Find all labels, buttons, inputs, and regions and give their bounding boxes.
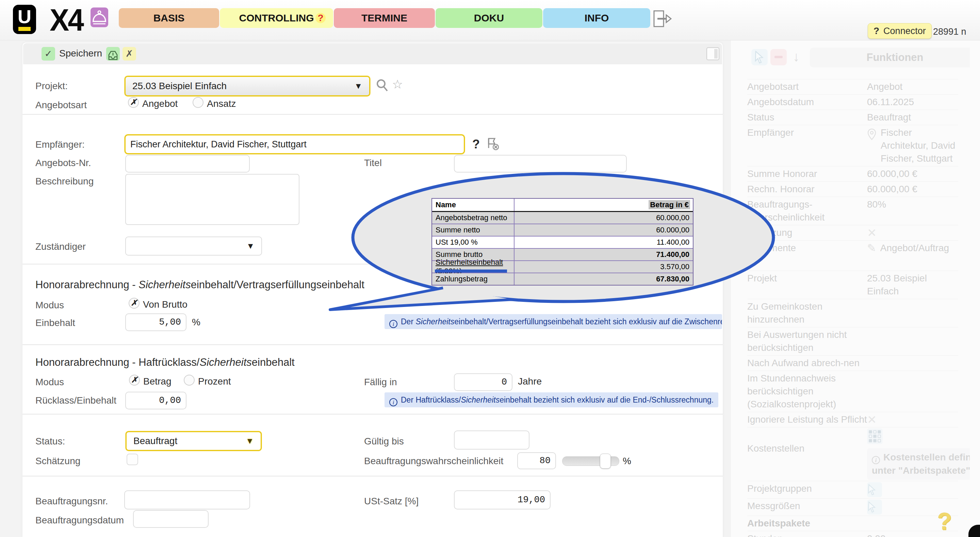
angebotsnr-label: Angebots-Nr. xyxy=(35,158,91,169)
select-cursor-button[interactable] xyxy=(751,49,768,65)
save-archive-button[interactable] xyxy=(106,47,120,61)
gueltig-bis-input[interactable] xyxy=(454,430,530,449)
highlight-underline xyxy=(435,269,507,272)
row-label: Projektgruppen xyxy=(747,482,867,497)
wahrscheinlichkeit-input[interactable] xyxy=(517,452,556,469)
table-header-row: Name Betrag in € xyxy=(432,199,693,212)
list-item: Ignoriere Leistung als Pflicht ✕ xyxy=(747,412,958,427)
row-label: Angebotsart xyxy=(747,80,867,93)
note-prefix: Der xyxy=(401,317,415,326)
help-question-icon[interactable]: ? xyxy=(937,508,952,535)
row-name: Angebotsbetrag netto xyxy=(432,212,514,223)
radio-betrag[interactable]: ✗ xyxy=(129,374,140,386)
row-label: Arbeitspakete xyxy=(747,517,867,530)
heading-italic: Sicherheits xyxy=(199,356,251,368)
row-value: 71.400,00 xyxy=(514,250,693,259)
row-value: 60.000,00 € xyxy=(867,183,917,196)
connector-badge[interactable]: ? Connector xyxy=(868,23,932,39)
table-row-sicherheitseinbehalt: Sicherheitseinbehalt (5,00%) 3.570,00 xyxy=(432,261,693,273)
ruecklass-label: Rücklass/Einbehalt xyxy=(35,395,116,406)
archive-icon xyxy=(106,49,120,62)
empfaenger-help-icon[interactable]: ? xyxy=(472,137,480,151)
logout-button[interactable] xyxy=(653,10,672,28)
empfaenger-input[interactable] xyxy=(124,134,465,154)
row-value: 06.11.2025 xyxy=(867,96,914,108)
pencil-icon[interactable]: ✎ xyxy=(867,242,876,255)
wahrscheinlichkeit-label: Beauftragungswahrscheinlichkeit xyxy=(364,456,503,467)
slider-handle[interactable] xyxy=(600,454,611,468)
row-label: Status xyxy=(747,111,867,124)
select-cursor-icon[interactable] xyxy=(867,482,882,497)
remove-button[interactable] xyxy=(770,49,787,65)
faellig-input[interactable] xyxy=(454,373,512,391)
list-item: Bei Auswertungen nicht berücksichtigen xyxy=(747,327,958,355)
home-cloche-button[interactable] xyxy=(91,8,108,27)
heading-prefix: Honorarabrechnung - xyxy=(35,279,138,291)
tab-controlling[interactable]: CONTROLLING ? xyxy=(220,8,333,28)
zustaendiger-label: Zuständiger xyxy=(35,241,86,252)
tab-help-icon[interactable]: ? xyxy=(315,13,326,23)
top-bar: U X4 BASIS CONTROLLING ? TERMINE DOKU IN… xyxy=(0,0,980,40)
radio-von-brutto[interactable]: ✗ xyxy=(129,298,140,309)
radio-prozent[interactable] xyxy=(184,374,195,386)
ust-satz-input[interactable] xyxy=(454,490,550,510)
ust-satz-label: USt-Satz [%] xyxy=(364,496,418,507)
beauftragungsnr-input[interactable] xyxy=(124,490,250,510)
connector-help-icon: ? xyxy=(873,25,879,37)
row-value: 3.570,00 xyxy=(514,262,693,271)
contact-remove-icon[interactable] xyxy=(486,137,500,151)
session-id: 28991 n xyxy=(933,27,966,37)
schaetzung-checkbox[interactable] xyxy=(127,454,138,465)
row-name: Summe netto xyxy=(432,224,514,236)
row-name: Zahlungsbetrag xyxy=(432,273,514,285)
tab-doku[interactable]: DOKU xyxy=(436,8,542,28)
row-value: 0,00 xyxy=(867,532,886,537)
projekt-select-value: 25.03 Beispiel Einfach xyxy=(132,81,227,92)
projekt-select[interactable]: 25.03 Beispiel Einfach ▼ xyxy=(124,76,370,96)
tab-termine[interactable]: TERMINE xyxy=(334,8,435,28)
beauftragungsdatum-input[interactable] xyxy=(133,510,208,528)
tab-basis[interactable]: BASIS xyxy=(119,8,219,28)
grid-icon[interactable] xyxy=(867,429,883,444)
tab-info[interactable]: INFO xyxy=(543,8,650,28)
chevron-down-icon: ▼ xyxy=(246,436,254,446)
radio-angebot[interactable]: ✗ xyxy=(128,97,139,108)
logo-yellow-bar xyxy=(18,27,30,31)
window-layout-button[interactable] xyxy=(706,47,719,60)
confirm-check-icon[interactable]: ✓ xyxy=(41,47,55,61)
row-label: Angebotsdatum xyxy=(747,96,867,108)
ruecklass-input[interactable] xyxy=(125,392,186,410)
row-value: 67.830,00 xyxy=(514,275,693,284)
gueltig-bis-label: Gültig bis xyxy=(364,436,404,447)
form-toolbar: ✓ Speichern ✗ xyxy=(23,43,722,64)
radio-ansatz[interactable] xyxy=(192,97,204,108)
list-item: Status Beauftragt xyxy=(747,110,958,125)
zustaendiger-select[interactable]: ▼ xyxy=(125,236,262,256)
minus-icon xyxy=(775,56,783,58)
tab-info-label: INFO xyxy=(585,12,609,24)
status-select[interactable]: Beauftragt ▼ xyxy=(126,431,262,451)
angebotsnr-input[interactable] xyxy=(125,155,250,172)
row-value: 60.000,00 xyxy=(514,226,693,234)
search-icon[interactable] xyxy=(375,78,389,94)
einbehalt-input[interactable] xyxy=(125,314,186,331)
note-prefix: Der Haftrücklass/ xyxy=(401,395,461,404)
save-button[interactable]: Speichern xyxy=(59,48,102,59)
location-pin-icon xyxy=(867,128,877,140)
select-cursor-icon[interactable] xyxy=(867,500,882,515)
wahrscheinlichkeit-slider[interactable] xyxy=(562,456,619,466)
list-item: Angebotsart Angebot xyxy=(747,79,958,94)
favorite-star-icon[interactable]: ☆ xyxy=(392,77,403,92)
radio-angebot-label: Angebot xyxy=(142,98,178,109)
list-item: Im Stundennachweis berücksichtigen (Sozi… xyxy=(747,371,958,412)
info-icon: i xyxy=(872,456,880,464)
heading-prefix: Honorarabrechnung - Haftrücklass/ xyxy=(35,356,199,368)
list-item: Angebotsdatum 06.11.2025 xyxy=(747,94,958,110)
beschreibung-textarea[interactable] xyxy=(125,174,299,225)
arrow-down-icon[interactable]: ↓ xyxy=(793,49,800,64)
tab-doku-label: DOKU xyxy=(474,12,504,24)
heading-italic: Sicherheits xyxy=(138,279,191,291)
status-label: Status: xyxy=(35,436,65,447)
close-button[interactable]: ✗ xyxy=(123,47,136,61)
logo-x4: X4 xyxy=(50,3,83,38)
